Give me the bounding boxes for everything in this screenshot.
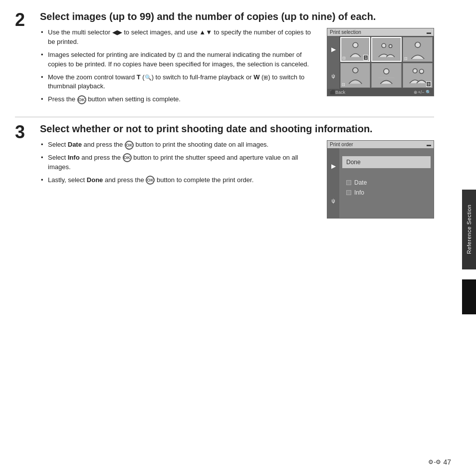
screen-sidebar-2: ▶ ψ bbox=[327, 36, 339, 89]
print-badge-3: ⊡ bbox=[404, 56, 408, 61]
reference-section-label: Reference Section bbox=[466, 205, 472, 254]
thumb-4-svg bbox=[342, 64, 368, 86]
thumb-2-svg bbox=[374, 39, 399, 59]
info-checkbox[interactable] bbox=[346, 190, 351, 195]
step-2-bullet-4: Press the OK button when setting is comp… bbox=[40, 95, 318, 104]
step-2-bullet-list: Use the multi selector ◀▶ to select imag… bbox=[40, 28, 318, 104]
menu-spacer-top bbox=[342, 151, 431, 156]
page-number-area: ⚙-⚙ 47 bbox=[428, 458, 451, 466]
svg-point-0 bbox=[353, 43, 358, 48]
step-3-number: 3 bbox=[15, 123, 35, 141]
svg-point-4 bbox=[415, 42, 420, 48]
svg-point-2 bbox=[382, 44, 386, 48]
step-2-content: Use the multi selector ◀▶ to select imag… bbox=[40, 28, 434, 108]
playback-icon-3: ▶ bbox=[331, 163, 336, 170]
zoom-in-icon: 🔍 bbox=[145, 74, 152, 80]
page-icon: ⚙-⚙ bbox=[428, 459, 441, 466]
screen-title-bar-3: Print order ▬ bbox=[327, 141, 434, 148]
step-3-camera-screen: Print order ▬ ▶ ψ Done bbox=[327, 140, 434, 219]
step-2-number: 2 bbox=[15, 11, 35, 29]
thumb-2 bbox=[371, 37, 401, 62]
screen-thumbnail-grid: ⊡ 1 bbox=[339, 36, 434, 89]
svg-point-6 bbox=[384, 69, 389, 74]
ok-button-icon-3a: OK bbox=[125, 141, 134, 150]
step-2-section: 2 Select images (up to 99) and the numbe… bbox=[15, 10, 434, 117]
copy-count-6: 3 bbox=[426, 81, 431, 87]
thumb-5 bbox=[371, 63, 401, 88]
screen-body-2: ▶ ψ bbox=[327, 36, 434, 89]
svg-point-9 bbox=[419, 69, 424, 74]
thumb-4: ⊡ bbox=[340, 63, 370, 88]
step-3-bullet-list: Select Date and press the OK button to p… bbox=[40, 140, 318, 185]
page-num: 47 bbox=[443, 458, 451, 466]
date-checkbox[interactable] bbox=[346, 180, 351, 185]
print-badge-1: ⊡ bbox=[342, 56, 346, 60]
thumbnail-icon: ⊞ bbox=[263, 74, 268, 80]
step-2-title: Select images (up to 99) and the number … bbox=[40, 10, 434, 23]
back-label-2: ⬛Back bbox=[330, 90, 345, 95]
print-order-sidebar: ▶ ψ bbox=[327, 148, 339, 218]
thumb-2-img bbox=[372, 38, 400, 61]
svg-point-3 bbox=[389, 45, 392, 48]
svg-point-5 bbox=[353, 68, 358, 73]
step-3-bullet-3: Lastly, select Done and press the OK but… bbox=[40, 176, 318, 185]
thumb-3-svg bbox=[405, 38, 431, 60]
screen-title-3: Print order bbox=[330, 142, 353, 147]
step-3-bullet-2: Select Info and press the OK button to p… bbox=[40, 153, 318, 172]
ok-button-icon-3b: OK bbox=[123, 153, 132, 162]
reference-section-tab: Reference Section bbox=[462, 190, 476, 269]
step-2-bullet-1: Use the multi selector ◀▶ to select imag… bbox=[40, 28, 318, 47]
menu-item-info[interactable]: Info bbox=[342, 188, 431, 198]
screen-bottom-bar-2: ⬛Back ⊕+/− 🔍 bbox=[327, 89, 434, 96]
print-order-menu: Done Date Info bbox=[339, 148, 434, 218]
svg-point-8 bbox=[413, 69, 417, 73]
zoom-controls-2: ⊕+/− 🔍 bbox=[414, 90, 431, 95]
left-right-arrow-icon: ◀▶ bbox=[112, 28, 122, 37]
battery-icon: ▬ bbox=[427, 30, 431, 35]
copy-count-1: 1 bbox=[363, 55, 368, 60]
function-icon-3: ψ bbox=[331, 198, 335, 204]
menu-spacer-mid bbox=[342, 174, 431, 178]
info-label: Info bbox=[68, 154, 80, 161]
step-3-body: Select whether or not to print shooting … bbox=[40, 122, 434, 219]
step-2-bullet-3: Move the zoom control toward T (🔍) to sw… bbox=[40, 73, 318, 92]
playback-icon: ▶ bbox=[331, 46, 336, 53]
step-3-bullet-1: Select Date and press the OK button to p… bbox=[40, 140, 318, 150]
print-badge-4: ⊡ bbox=[342, 82, 345, 87]
menu-divider bbox=[342, 170, 431, 174]
step-2-bullet-2: Images selected for printing are indicat… bbox=[40, 50, 318, 69]
screen-title-2: Print selection bbox=[330, 29, 361, 35]
info-menu-label: Info bbox=[354, 189, 364, 196]
date-label: Date bbox=[68, 141, 82, 148]
thumb-5-img bbox=[372, 63, 401, 87]
battery-icon-3: ▬ bbox=[427, 142, 431, 147]
ok-button-icon-3c: OK bbox=[146, 176, 155, 185]
thumb-1: ⊡ 1 bbox=[340, 37, 370, 62]
done-label: Done bbox=[87, 176, 103, 184]
menu-item-done[interactable]: Done bbox=[342, 156, 431, 168]
print-order-body: ▶ ψ Done Date bbox=[327, 148, 434, 218]
screen-title-bar-2: Print selection ▬ bbox=[327, 28, 434, 36]
thumb-3: ⊡ bbox=[403, 37, 433, 62]
step-3-title: Select whether or not to print shooting … bbox=[40, 122, 434, 135]
t-label: T bbox=[137, 73, 141, 81]
menu-item-date[interactable]: Date bbox=[342, 178, 431, 188]
step-3-text: Select Date and press the OK button to p… bbox=[40, 140, 318, 188]
up-down-arrow-icon: ▲▼ bbox=[199, 28, 212, 37]
print-indicator-icon: ⊡ bbox=[177, 51, 182, 58]
step-2-camera-screen: Print selection ▬ ▶ ψ bbox=[327, 28, 434, 96]
thumb-5-svg bbox=[373, 64, 399, 86]
ok-button-icon: OK bbox=[77, 95, 86, 104]
function-icon: ψ bbox=[331, 73, 335, 79]
step-2-text: Use the multi selector ◀▶ to select imag… bbox=[40, 28, 318, 108]
step-2-body: Select images (up to 99) and the number … bbox=[40, 10, 434, 108]
thumb-6: 3 bbox=[403, 63, 433, 88]
black-tab bbox=[462, 279, 476, 314]
step-3-content: Select Date and press the OK button to p… bbox=[40, 140, 434, 219]
w-label: W bbox=[253, 73, 259, 81]
date-menu-label: Date bbox=[354, 179, 367, 186]
step-3-section: 3 Select whether or not to print shootin… bbox=[15, 122, 434, 228]
